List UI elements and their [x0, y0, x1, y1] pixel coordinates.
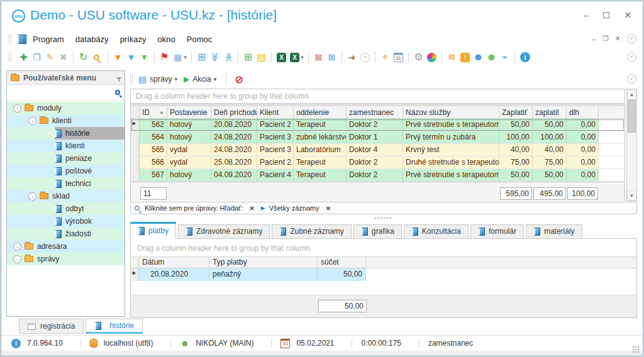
toolbar-filter-custom-icon[interactable]: ▼	[125, 50, 138, 65]
detail-group-by-band[interactable]: Drag a column header here to group by th…	[131, 239, 636, 256]
toolbar-copy-record-icon[interactable]: ❐	[30, 50, 43, 65]
minimize-icon[interactable]: –	[584, 10, 589, 20]
col-den-prichodu[interactable]: Deň príchodu	[211, 106, 257, 118]
resize-grip[interactable]	[633, 346, 639, 353]
tree-item-adresara[interactable]: → adresára	[7, 240, 125, 253]
toolbar-close-window-icon[interactable]: ⊠	[312, 50, 325, 65]
tree-item-postove[interactable]: poštové	[7, 165, 125, 177]
col-postavenie[interactable]: Postavenie	[167, 106, 211, 118]
toolbar-refresh-icon[interactable]: ↻	[77, 50, 90, 65]
col-klient[interactable]: Klient	[257, 106, 294, 118]
toolbar-info-icon[interactable]: i	[520, 52, 530, 62]
toolbar-note-icon[interactable]: ▤	[255, 50, 268, 65]
scroll-down-icon[interactable]: ▼	[627, 190, 636, 200]
menu-databazy[interactable]: databázy	[75, 35, 109, 44]
close-icon[interactable]: ✕	[624, 10, 631, 20]
info-icon[interactable]: i	[11, 339, 21, 348]
menu-pomoc[interactable]: Pomoc	[187, 35, 212, 44]
group-by-band[interactable]: Drag a column header here to group by th…	[131, 89, 625, 103]
col-dlh[interactable]: dlh	[567, 106, 599, 118]
menu-overflow-icon[interactable]: ˅	[627, 34, 636, 43]
col-typ-platby[interactable]: Typ platby	[209, 257, 318, 268]
toolbar-color-wheel-icon[interactable]	[427, 53, 436, 62]
toolbar-filter-check-icon[interactable]: ▼	[138, 50, 151, 65]
tab-formular[interactable]: formulár	[470, 224, 524, 239]
tree-item-spravy[interactable]: → správy	[7, 253, 125, 265]
mdi-close-icon[interactable]: ✕	[615, 35, 621, 43]
clear-scope-icon[interactable]: ✕	[326, 205, 331, 212]
toolbar-plug-icon[interactable]: ⌁	[498, 50, 511, 65]
toolbar-excel-caret-icon[interactable]: ▾	[299, 50, 305, 65]
tree-item-historie[interactable]: histórie	[7, 127, 125, 140]
tree-item-sklad[interactable]: ↓ sklad	[7, 190, 125, 202]
scroll-up-icon[interactable]: ▲	[627, 89, 636, 99]
tree-item-klienti-folder[interactable]: ↓ klienti	[7, 114, 125, 127]
col-oddelenie[interactable]: oddelenie	[294, 106, 347, 118]
table-row[interactable]: 564 hotový 24.08.2020 Pacient 3 zubné le…	[131, 131, 625, 144]
chevron-down-icon[interactable]: ▾	[175, 76, 178, 82]
horizontal-splitter[interactable]: ••••••	[130, 216, 637, 221]
toolbar-security-lock-icon[interactable]: !	[460, 53, 470, 62]
tab-konzultacia[interactable]: Konzultácia	[404, 224, 469, 239]
actionbar-overflow-icon[interactable]: ˅	[627, 74, 636, 84]
maximize-icon[interactable]: ☐	[602, 10, 611, 20]
table-row[interactable]: ► 20.08.2020 peňažný 50,00	[131, 268, 636, 281]
tab-historie[interactable]: histórie	[86, 319, 143, 334]
expand-arrow-icon[interactable]: →	[13, 255, 21, 263]
toolbar-image-caret-icon[interactable]: ▾	[182, 50, 188, 65]
toolbar-users-group-icon[interactable]: ☻	[485, 50, 498, 65]
scrollbar-thumb[interactable]	[628, 100, 636, 133]
tree-item-klienti[interactable]: klienti	[7, 140, 125, 152]
menu-okno[interactable]: okno	[158, 35, 175, 44]
toolbar-edit-record-icon[interactable]: ✎	[43, 50, 57, 65]
toolbar-overflow-icon[interactable]: ˅	[627, 52, 636, 62]
toolbar-delete-record-icon[interactable]: ✖	[57, 50, 70, 65]
menu-program[interactable]: Program	[33, 35, 64, 44]
toolbar-grip[interactable]	[9, 52, 11, 62]
col-zamestnanec[interactable]: zamestnanec	[347, 106, 403, 118]
toolbar-search-icon[interactable]	[94, 55, 99, 60]
toolbar-calendar-icon[interactable]: 31	[394, 53, 403, 62]
collapse-arrow-icon[interactable]: ↓	[28, 192, 36, 200]
table-row[interactable]: 567 hotový 04.09.2020 Pacient 4 Terapeut…	[131, 169, 625, 182]
tree-item-technici[interactable]: technici	[7, 177, 125, 190]
toolbar-feed-icon[interactable]: ≋	[445, 50, 458, 65]
filter-scope[interactable]: Všetky záznamy	[269, 204, 319, 212]
col-zaplatil[interactable]: zaplatil	[533, 106, 567, 118]
toolbar-filter-icon[interactable]: ▼	[111, 50, 125, 65]
col-nazov-sluzby[interactable]: Názov služby	[403, 106, 499, 118]
tree-item-ziadosti[interactable]: žiadosti	[7, 228, 125, 240]
toolbar-user-key-icon[interactable]: ☻	[472, 50, 485, 65]
filter-edit-hint[interactable]: Kliknite sem pre úpravy. Hľadať:	[145, 204, 243, 212]
toolbar-exit-door-icon[interactable]: ➜	[345, 50, 358, 65]
toolbar-add-column-icon[interactable]: ⊞	[195, 50, 208, 65]
toolbar-excel-import-icon[interactable]: X	[277, 53, 286, 62]
tree-item-peniaze[interactable]: peniaze	[7, 152, 125, 165]
tab-zubne-zaznamy[interactable]: Zubné záznamy	[272, 224, 351, 239]
tab-zdravotne-zaznamy[interactable]: Zdravotné záznamy	[178, 224, 270, 239]
table-row[interactable]: ► 562 hotový 20.08.2020 Pacient 2 Terape…	[131, 119, 625, 131]
sidebar-search-input[interactable]	[11, 88, 115, 97]
mdi-minimize-icon[interactable]: –	[592, 35, 596, 43]
mdi-restore-icon[interactable]: ❐	[602, 35, 609, 43]
toolbar-flag-icon[interactable]: ⚑	[158, 50, 171, 65]
toolbar-grip[interactable]	[9, 34, 11, 44]
action-button[interactable]: Akcia	[192, 75, 211, 84]
menu-prikazy[interactable]: príkazy	[120, 35, 147, 44]
toolbar-overflow-disabled-icon[interactable]: ˅	[360, 53, 370, 62]
pin-icon[interactable]: ┳	[117, 74, 121, 81]
tab-platby[interactable]: platby	[130, 222, 176, 239]
expand-arrow-icon[interactable]: →	[13, 243, 21, 251]
stop-icon[interactable]: ⊘	[235, 74, 243, 85]
toolbar-grip[interactable]	[130, 74, 133, 84]
col-sucet[interactable]: súčet	[318, 257, 366, 268]
col-id[interactable]: ID▲	[140, 106, 167, 118]
table-row[interactable]: 566 vydal 25.08.2020 Pacient 2 Terapeut …	[131, 157, 625, 169]
tree-item-odbyt[interactable]: odbyt	[7, 202, 125, 215]
toolbar-expand-all-icon[interactable]: ≫	[221, 51, 236, 64]
toolbar-new-record-icon[interactable]: ✚	[17, 50, 30, 65]
toolbar-excel-export-icon[interactable]: X	[290, 53, 299, 62]
toolbar-location-pin-icon[interactable]: ⌖	[379, 50, 392, 65]
tree-item-vyrobok[interactable]: výrobok	[7, 215, 125, 228]
toolbar-settings-gear-icon[interactable]: ⚙	[412, 50, 425, 65]
